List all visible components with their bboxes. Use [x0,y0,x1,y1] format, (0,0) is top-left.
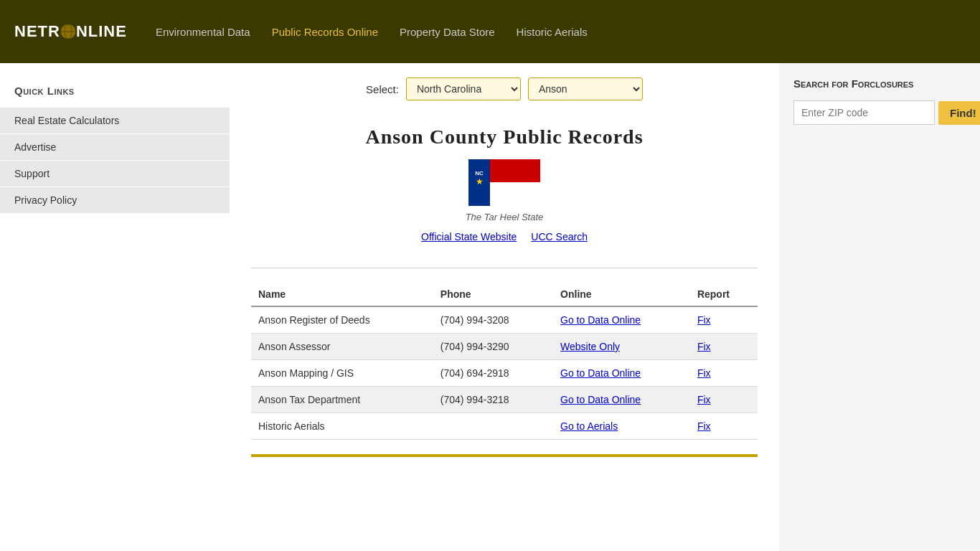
cell-online: Go to Aerials [553,413,690,440]
records-table: Name Phone Online Report Anson Register … [251,283,758,440]
nav-environmental-data[interactable]: Environmental Data [156,26,250,38]
table-row: Anson Assessor(704) 994-3290Website Only… [251,334,758,360]
svg-text:★: ★ [476,176,484,187]
cell-name: Anson Register of Deeds [251,306,433,334]
find-button[interactable]: Find! [938,101,980,125]
logo-text-nline: NLINE [76,22,127,41]
cell-report: Fix [690,306,758,334]
report-link[interactable]: Fix [697,367,711,379]
cell-online: Website Only [553,334,690,360]
report-link[interactable]: Fix [697,314,711,326]
nav-public-records[interactable]: Public Records Online [272,26,378,38]
state-select[interactable]: North Carolina [406,77,521,100]
cell-phone [433,413,553,440]
flag-subtitle: The Tar Heel State [251,212,758,222]
logo[interactable]: NETR NLINE [14,22,127,41]
right-panel: Search for Forclosures Find! [779,63,980,551]
cell-phone: (704) 994-3290 [433,334,553,360]
cell-phone: (704) 994-3218 [433,387,553,413]
table-row: Anson Mapping / GIS(704) 694-2918Go to D… [251,360,758,387]
online-link[interactable]: Website Only [560,341,620,352]
cell-name: Anson Tax Department [251,387,433,413]
col-header-report: Report [690,283,758,306]
select-label: Select: [366,83,399,95]
nav-property-data-store[interactable]: Property Data Store [400,26,495,38]
online-link[interactable]: Go to Data Online [560,314,641,326]
col-header-online: Online [553,283,690,306]
cell-report: Fix [690,360,758,387]
foreclosure-title: Search for Forclosures [793,77,966,90]
flag-container: ★ NC [251,159,758,206]
report-link[interactable]: Fix [697,341,711,352]
sidebar-item-real-estate-calculators[interactable]: Real Estate Calculators [0,108,230,134]
cell-report: Fix [690,387,758,413]
report-link[interactable]: Fix [697,394,711,405]
cell-name: Anson Mapping / GIS [251,360,433,387]
official-state-website-link[interactable]: Official State Website [421,231,517,242]
cell-online: Go to Data Online [553,306,690,334]
cell-online: Go to Data Online [553,387,690,413]
svg-rect-5 [490,182,540,206]
report-link[interactable]: Fix [697,420,711,432]
col-header-name: Name [251,283,433,306]
main-nav: Environmental Data Public Records Online… [156,26,588,38]
online-link[interactable]: Go to Data Online [560,367,641,379]
table-row: Historic AerialsGo to AerialsFix [251,413,758,440]
table-row: Anson Register of Deeds(704) 994-3208Go … [251,306,758,334]
county-title: Anson County Public Records [251,126,758,149]
ucc-search-link[interactable]: UCC Search [531,231,588,242]
cell-report: Fix [690,413,758,440]
table-body: Anson Register of Deeds(704) 994-3208Go … [251,306,758,440]
sidebar-item-privacy-policy[interactable]: Privacy Policy [0,187,230,214]
zip-input[interactable] [793,100,935,125]
cell-report: Fix [690,334,758,360]
col-header-phone: Phone [433,283,553,306]
header: NETR NLINE Environmental Data Public Rec… [0,0,980,63]
main-layout: Quick Links Real Estate Calculators Adve… [0,63,980,551]
cell-phone: (704) 994-3208 [433,306,553,334]
cell-phone: (704) 694-2918 [433,360,553,387]
sidebar: Quick Links Real Estate Calculators Adve… [0,63,230,551]
sidebar-item-support[interactable]: Support [0,161,230,187]
online-link[interactable]: Go to Data Online [560,394,641,405]
zip-search: Find! [793,100,966,125]
county-links: Official State Website UCC Search [251,231,758,242]
svg-text:NC: NC [475,170,484,176]
logo-globe-icon [61,24,75,39]
nav-historic-aerials[interactable]: Historic Aerials [517,26,588,38]
cell-name: Anson Assessor [251,334,433,360]
sidebar-title: Quick Links [0,77,230,108]
county-select[interactable]: Anson [528,77,643,100]
sidebar-item-advertise[interactable]: Advertise [0,134,230,161]
table-header: Name Phone Online Report [251,283,758,306]
nc-flag: ★ NC [468,159,540,206]
content-area: Select: North Carolina Anson Anson Count… [230,63,779,551]
bottom-bar [251,454,758,457]
svg-rect-4 [490,159,540,182]
cell-online: Go to Data Online [553,360,690,387]
online-link[interactable]: Go to Aerials [560,420,618,432]
county-header: Anson County Public Records ★ NC The Tar… [251,126,758,268]
logo-text-netr: NETR [14,22,60,41]
select-bar: Select: North Carolina Anson [251,77,758,111]
table-row: Anson Tax Department(704) 994-3218Go to … [251,387,758,413]
cell-name: Historic Aerials [251,413,433,440]
